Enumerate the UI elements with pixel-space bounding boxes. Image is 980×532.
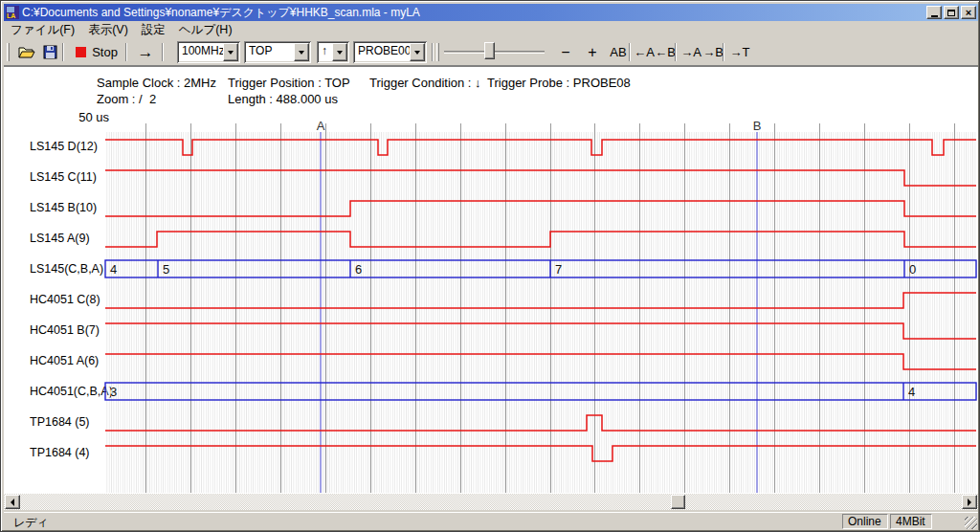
memory-status-badge: 4MBit	[890, 514, 932, 529]
zoom-out-button[interactable]: −	[553, 41, 578, 63]
marker-label-B: B	[753, 119, 762, 133]
probe-dropdown-button[interactable]	[410, 43, 425, 61]
scroll-left-button[interactable]	[5, 495, 20, 509]
bus-value: 0	[909, 262, 916, 277]
trigger-position-dropdown-button[interactable]	[294, 43, 309, 61]
bus-value: 3	[110, 385, 117, 399]
maximize-icon	[947, 10, 955, 16]
resize-grip[interactable]	[965, 517, 977, 529]
chevron-down-icon	[299, 51, 304, 55]
arrow-right-icon	[968, 499, 971, 506]
arrow-left-icon	[11, 499, 14, 506]
close-button[interactable]: ×	[961, 6, 976, 19]
run-button[interactable]: →	[131, 41, 160, 63]
scroll-right-button[interactable]	[962, 495, 977, 509]
chevron-down-icon	[337, 51, 343, 55]
menu-bar: ファイル(F) 表示(V) 設定 ヘルプ(H)	[4, 21, 978, 39]
toolbar-separator	[675, 43, 677, 61]
waveform-panel[interactable]: Sample Clock : 2MHz Trigger Position : T…	[4, 66, 978, 494]
probe-select[interactable]: PROBE00	[353, 41, 427, 63]
clock-select[interactable]: 100MHz	[177, 41, 240, 63]
toolbar-separator	[723, 43, 724, 61]
scrollbar-thumb[interactable]	[671, 495, 685, 509]
chevron-down-icon	[228, 51, 234, 55]
goto-trigger-button[interactable]: →T	[725, 41, 754, 63]
toolbar-separator	[62, 43, 64, 61]
window-title: C:¥Documents and Settings¥noname¥デスクトップ¥…	[22, 5, 926, 21]
trigger-position-select[interactable]: TOP	[244, 41, 311, 63]
app-window: LA C:¥Documents and Settings¥noname¥デスクト…	[0, 0, 980, 532]
close-icon: ×	[966, 8, 971, 17]
toolbar: Stop → 100MHz TOP ↑ PROBE00 −	[4, 39, 978, 66]
clock-value: 100MHz	[182, 44, 225, 57]
bus-value: 7	[555, 262, 562, 277]
marker-label-A: A	[317, 119, 325, 133]
stop-button[interactable]: Stop	[70, 41, 123, 63]
horizontal-scrollbar[interactable]	[4, 494, 978, 510]
menu-help[interactable]: ヘルプ(H)	[172, 21, 239, 39]
save-button[interactable]	[38, 41, 61, 63]
menu-settings[interactable]: 設定	[135, 21, 172, 39]
slider-thumb[interactable]	[484, 42, 495, 59]
toolbar-separator	[125, 43, 127, 61]
minimize-button[interactable]	[926, 6, 942, 19]
minimize-icon	[931, 15, 938, 17]
floppy-disk-icon	[43, 45, 57, 59]
clock-dropdown-button[interactable]	[223, 43, 238, 61]
toolbar-separator	[432, 43, 434, 61]
bus-value: 4	[110, 262, 117, 277]
zoom-slider[interactable]	[444, 41, 545, 63]
probe-value: PROBE00	[358, 44, 411, 57]
bus-value: 6	[355, 262, 362, 277]
toolbar-gripper[interactable]	[7, 43, 10, 61]
bus-value: 4	[908, 385, 915, 399]
trigger-position-value: TOP	[249, 44, 272, 57]
zoom-in-button[interactable]: +	[580, 41, 605, 63]
trigger-edge-select[interactable]: ↑	[317, 41, 349, 63]
trigger-edge-value: ↑	[322, 44, 327, 57]
bus-value: 5	[163, 262, 169, 277]
run-arrow-icon: →	[138, 43, 154, 62]
menu-file[interactable]: ファイル(F)	[4, 21, 81, 39]
title-bar[interactable]: LA C:¥Documents and Settings¥noname¥デスクト…	[4, 4, 978, 21]
stop-icon	[76, 47, 86, 57]
waveform-canvas[interactable]: AB 4567034	[4, 67, 978, 494]
online-status-badge: Online	[842, 514, 888, 529]
stop-label: Stop	[92, 45, 118, 59]
toolbar-gripper[interactable]	[436, 43, 439, 61]
open-file-button[interactable]	[15, 41, 38, 63]
open-folder-icon	[18, 45, 35, 59]
status-message: レディ	[13, 515, 49, 531]
status-bar: レディ Online 4MBit	[4, 512, 978, 530]
trigger-edge-dropdown-button[interactable]	[332, 43, 347, 61]
menu-view[interactable]: 表示(V)	[81, 21, 135, 39]
app-icon: LA	[6, 6, 19, 19]
maximize-button[interactable]	[944, 6, 959, 19]
chevron-down-icon	[414, 51, 420, 55]
toolbar-separator	[162, 43, 164, 61]
